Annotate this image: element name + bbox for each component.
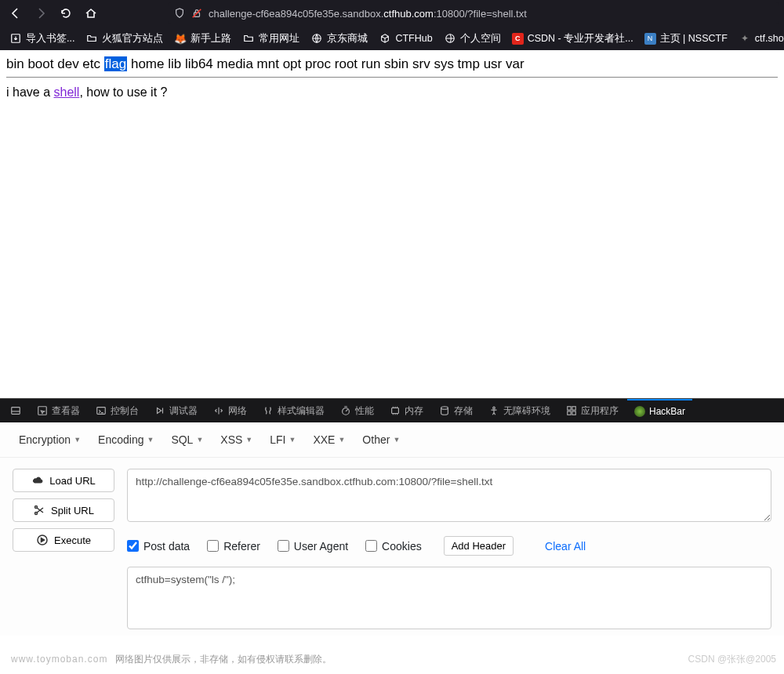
bookmark-personal[interactable]: 个人空间 [439,29,506,49]
devtools-dock-button[interactable] [3,399,28,422]
devtools-tabs: 查看器 控制台 调试器 网络 样式编辑器 性能 内存 存储 无障碍环境 应用程序… [0,399,784,422]
caret-icon: ▼ [74,436,81,444]
cloud-download-icon [31,474,44,487]
bookmark-firefox-official[interactable]: 火狐官方站点 [81,29,168,49]
a11y-icon [488,405,499,416]
tab-storage[interactable]: 存储 [432,399,480,422]
svg-rect-16 [568,411,571,415]
back-button[interactable] [5,2,27,24]
tab-debugger[interactable]: 调试器 [147,399,205,422]
svg-point-12 [441,407,448,410]
tab-hackbar[interactable]: HackBar [627,399,692,422]
svg-rect-11 [392,408,399,414]
shell-text: i have a shell, how to use it ? [6,85,778,100]
mem-icon [390,405,401,416]
tab-console[interactable]: 控制台 [89,399,146,422]
ctfshow-icon: ✦ [739,32,751,45]
net-icon [213,405,224,416]
globe-icon [310,32,323,45]
bookmark-ctfhub[interactable]: CTFHub [374,29,437,48]
firefox-icon: 🦊 [174,32,187,45]
forward-button[interactable] [30,2,52,24]
hackbar-panel: Encryption▼ Encoding▼ SQL▼ XSS▼ LFI▼ XXE… [0,422,784,636]
url-bar[interactable]: challenge-cf6ea894c05fe35e.sandbox.ctfhu… [168,2,779,24]
load-url-button[interactable]: Load URL [13,469,114,492]
reload-button[interactable] [55,2,77,24]
nss-icon: N [644,33,656,45]
highlighted-flag: flag [104,56,127,71]
page-content: bin boot dev etc flag home lib lib64 med… [0,50,784,398]
svg-rect-14 [568,407,571,410]
caret-icon: ▼ [245,436,252,444]
svg-point-13 [493,407,495,409]
tab-inspector[interactable]: 查看器 [30,399,87,422]
lock-insecure-icon [191,8,202,19]
postdata-checkbox[interactable]: Post data [127,540,190,553]
add-header-button[interactable]: Add Header [444,536,514,556]
hackbar-icon [634,406,645,417]
caret-icon: ▼ [196,436,203,444]
bookmark-jd[interactable]: 京东商城 [306,29,372,49]
split-url-button[interactable]: Split URL [13,498,114,522]
globe-icon [444,32,456,45]
shield-icon [174,8,185,19]
tab-a11y[interactable]: 无障碍环境 [481,399,557,422]
console-icon [96,405,107,416]
watermark: www.toymoban.com 网络图片仅供展示，非存储，如有侵权请联系删除。 [11,653,332,666]
csdn-icon: C [512,33,524,45]
menu-lfi[interactable]: LFI▼ [265,430,300,449]
cookies-checkbox[interactable]: Cookies [365,540,422,553]
folder-icon [242,32,255,45]
hackbar-options: Post data Referer User Agent Cookies Add… [127,536,771,556]
debug-icon [154,405,165,416]
execute-button[interactable]: Execute [13,528,114,552]
bookmark-import[interactable]: 导入书签... [5,29,79,49]
referer-checkbox[interactable]: Referer [207,540,260,553]
menu-xxe[interactable]: XXE▼ [308,430,350,449]
caret-icon: ▼ [338,436,345,444]
useragent-checkbox[interactable]: User Agent [278,540,348,553]
postdata-textarea[interactable] [127,567,771,629]
devtools: 查看器 控制台 调试器 网络 样式编辑器 性能 内存 存储 无障碍环境 应用程序… [0,398,784,636]
hackbar-menus: Encryption▼ Encoding▼ SQL▼ XSS▼ LFI▼ XXE… [0,422,784,458]
cube-icon [379,32,391,45]
tab-style[interactable]: 样式编辑器 [256,399,332,422]
caret-icon: ▼ [393,436,400,444]
bookmarks-bar: 导入书签... 火狐官方站点 🦊新手上路 常用网址 京东商城 CTFHub 个人… [0,27,784,50]
url-text: challenge-cf6ea894c05fe35e.sandbox.ctfhu… [209,8,527,20]
bookmark-nssctf[interactable]: N主页 | NSSCTF [640,29,732,49]
csdn-watermark: CSDN @张张@2005 [688,653,776,666]
folder-icon [85,32,98,45]
bookmark-csdn[interactable]: CCSDN - 专业开发者社... [507,29,638,49]
perf-icon [340,405,351,416]
menu-encoding[interactable]: Encoding▼ [93,430,158,449]
url-textarea[interactable] [127,469,771,522]
menu-sql[interactable]: SQL▼ [166,430,208,449]
shell-link[interactable]: shell [53,85,79,99]
play-icon [36,534,49,546]
svg-rect-17 [572,411,575,415]
tab-application[interactable]: 应用程序 [559,399,626,422]
bookmark-ctfshow[interactable]: ✦ctf.show [734,29,784,48]
inspect-icon [37,405,48,416]
divider [6,77,778,78]
menu-other[interactable]: Other▼ [358,430,405,449]
caret-icon: ▼ [147,436,154,444]
tab-perf[interactable]: 性能 [333,399,381,422]
import-icon [9,32,22,45]
bookmark-getting-started[interactable]: 🦊新手上路 [169,29,236,49]
bookmark-common[interactable]: 常用网址 [238,29,304,49]
home-button[interactable] [80,2,102,24]
menu-encryption[interactable]: Encryption▼ [14,430,85,449]
svg-rect-15 [572,407,575,410]
hackbar-buttons: Load URL Split URL Execute [13,469,114,629]
nav-toolbar: challenge-cf6ea894c05fe35e.sandbox.ctfhu… [0,0,784,27]
tab-network[interactable]: 网络 [206,399,254,422]
clear-all-link[interactable]: Clear All [545,540,586,553]
caret-icon: ▼ [289,436,296,444]
menu-xss[interactable]: XSS▼ [216,430,257,449]
directory-listing: bin boot dev etc flag home lib lib64 med… [6,56,778,72]
store-icon [439,405,450,416]
svg-rect-5 [12,408,20,415]
tab-memory[interactable]: 内存 [383,399,430,422]
